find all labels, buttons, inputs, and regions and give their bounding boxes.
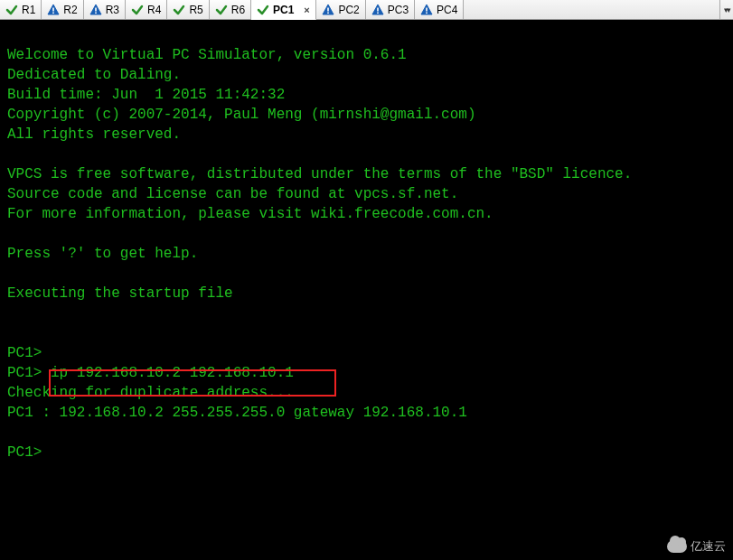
tab-label: R1 (22, 4, 35, 16)
svg-rect-5 (328, 12, 330, 14)
terminal-output: Welcome to Virtual PC Simulator, version… (7, 25, 726, 462)
warning-icon (47, 4, 60, 16)
terminal-pane[interactable]: Welcome to Virtual PC Simulator, version… (0, 20, 733, 560)
tab-r4[interactable]: R4 (126, 0, 167, 19)
svg-rect-9 (426, 12, 428, 14)
svg-rect-4 (328, 7, 330, 11)
check-icon (215, 4, 228, 16)
svg-rect-8 (426, 7, 428, 11)
tab-r2[interactable]: R2 (42, 0, 83, 19)
tab-pc2[interactable]: PC2 (316, 0, 365, 19)
watermark-text: 亿速云 (691, 538, 726, 555)
tab-r6[interactable]: R6 (210, 0, 251, 19)
check-icon (257, 4, 269, 16)
warning-icon (420, 4, 433, 16)
warning-icon (322, 4, 334, 16)
tab-pc1[interactable]: PC1× (251, 0, 316, 20)
tab-label: PC3 (388, 4, 409, 16)
tab-r5[interactable]: R5 (167, 0, 209, 19)
svg-rect-6 (377, 7, 379, 11)
check-icon (131, 4, 144, 16)
tab-label: PC1 (273, 4, 294, 16)
warning-icon (89, 4, 102, 16)
svg-rect-1 (53, 12, 55, 14)
tabbar: R1R2R3R4R5R6PC1×PC2PC3PC4 ▾▾ (0, 0, 733, 20)
tab-label: R4 (147, 4, 161, 16)
tab-label: PC2 (338, 4, 359, 16)
tab-label: R2 (63, 4, 77, 16)
svg-rect-2 (95, 7, 97, 11)
tab-label: R5 (189, 4, 202, 16)
svg-rect-3 (95, 12, 97, 14)
watermark: 亿速云 (667, 538, 726, 555)
tab-pc4[interactable]: PC4 (415, 0, 464, 19)
tab-r3[interactable]: R3 (84, 0, 126, 19)
close-icon[interactable]: × (301, 5, 312, 15)
tab-label: R3 (106, 4, 119, 16)
tab-label: PC4 (437, 4, 457, 16)
cloud-icon (667, 540, 687, 553)
chevron-down-icon: ▾▾ (724, 5, 729, 14)
tab-label: R6 (231, 4, 245, 16)
tab-r1[interactable]: R1 (0, 0, 42, 19)
svg-rect-0 (53, 7, 55, 11)
check-icon (5, 4, 18, 16)
tab-overflow[interactable]: ▾▾ (719, 0, 733, 19)
check-icon (173, 4, 185, 16)
warning-icon (371, 4, 384, 16)
svg-rect-7 (377, 12, 379, 14)
tab-pc3[interactable]: PC3 (366, 0, 415, 19)
